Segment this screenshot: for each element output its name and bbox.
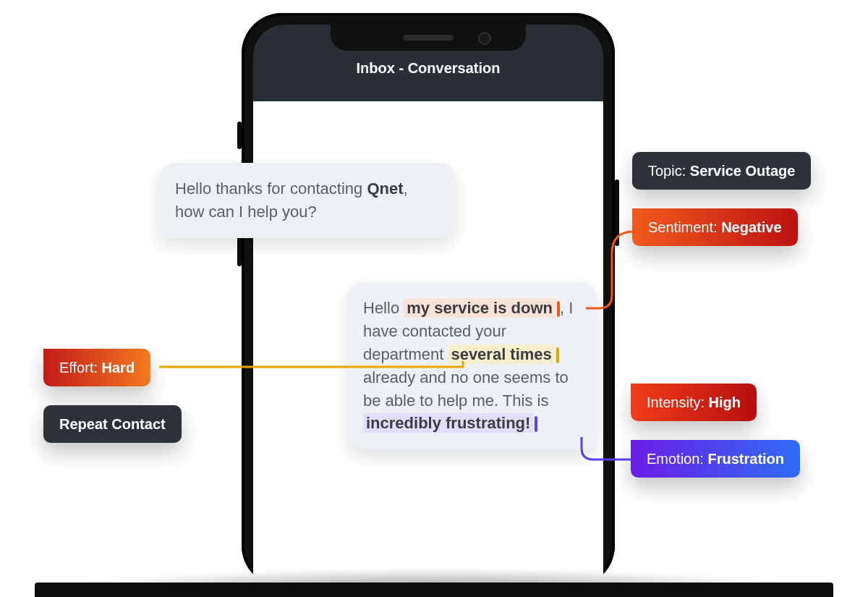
marker-yellow-icon [556,347,559,363]
tag-intensity-label: Intensity: [647,394,709,410]
power-button [615,179,619,246]
app-header-title: Inbox - Conversation [357,60,501,77]
tag-emotion-label: Emotion: [647,451,707,467]
tag-emotion-value: Frustration [707,451,784,467]
highlight-several-times: several times [448,344,554,364]
tag-sentiment-label: Sentiment: [648,219,721,235]
tag-repeat-contact: Repeat Contact [43,405,182,443]
tag-topic-label: Topic: [648,163,690,179]
tag-topic: Topic: Service Outage [632,152,811,190]
marker-purple-icon [535,416,537,432]
tag-intensity: Intensity: High [631,384,757,421]
user-message-bubble: Hello my service is down, I have contact… [347,282,597,449]
agent-text-bold: Qnet [367,179,403,198]
tag-effort-value: Hard [102,360,135,376]
tag-sentiment: Sentiment: Negative [632,208,798,246]
agent-text-pre: Hello thanks for contacting [175,179,367,198]
tag-sentiment-value: Negative [721,219,781,235]
highlight-frustrating: incredibly frustrating! [363,413,533,433]
user-text-1: Hello [363,299,404,317]
tag-effort: Effort: Hard [43,349,150,386]
floor-bar [35,583,833,597]
tag-topic-value: Service Outage [690,163,796,179]
user-text-3: already and no one seems to be able to h… [363,368,569,410]
agent-message-bubble: Hello thanks for contacting Qnet, how ca… [159,163,456,238]
tag-intensity-value: High [709,394,741,410]
tag-emotion: Emotion: Frustration [631,440,800,478]
tag-repeat-label: Repeat Contact [59,416,166,432]
tag-effort-label: Effort: [59,360,102,376]
mute-switch [237,122,242,149]
phone-notch [331,25,526,51]
highlight-service-down: my service is down [404,298,556,318]
